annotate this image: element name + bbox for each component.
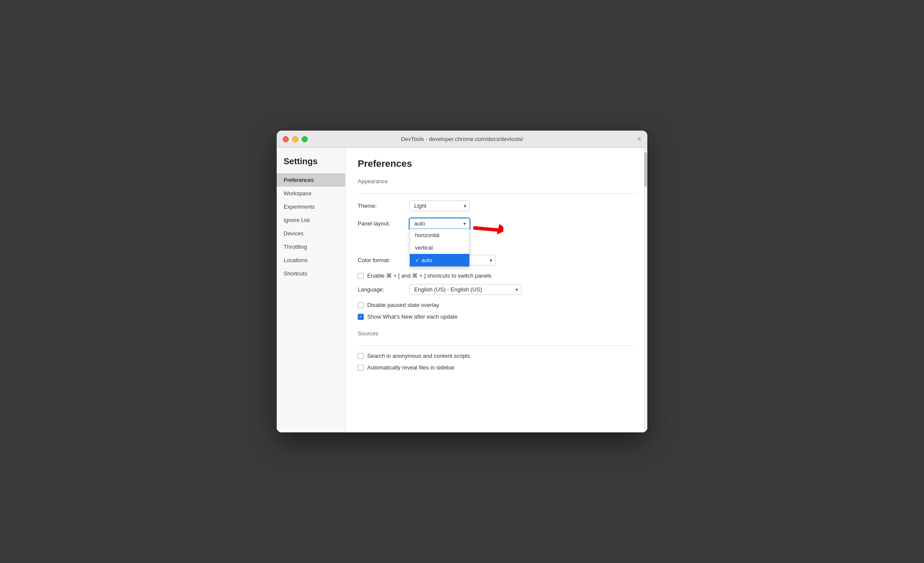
search-anonymous-checkbox[interactable] — [358, 353, 364, 359]
panel-layout-option-auto[interactable]: auto — [410, 254, 469, 266]
theme-label: Theme: — [358, 203, 409, 209]
sidebar-item-preferences[interactable]: Preferences — [277, 173, 345, 187]
theme-dropdown-wrapper: Default Light Dark — [409, 200, 470, 211]
sidebar-item-workspace[interactable]: Workspace — [277, 187, 345, 200]
language-label: Language: — [358, 286, 409, 293]
sidebar-item-ignore-list[interactable]: Ignore List — [277, 213, 345, 227]
sidebar-item-devices[interactable]: Devices — [277, 227, 345, 240]
minimize-button[interactable] — [292, 136, 298, 142]
auto-reveal-checkbox[interactable] — [358, 365, 364, 371]
window-title: DevTools - developer.chrome.com/docs/dev… — [401, 136, 523, 142]
show-whats-new-checkbox[interactable]: ✓ — [358, 314, 364, 320]
panel-layout-row: Panel layout: auto ▾ horizontal vertical… — [358, 218, 635, 229]
panel-layout-value: auto — [414, 220, 425, 227]
language-dropdown[interactable]: English (US) - English (US) — [409, 284, 521, 295]
scrollbar[interactable] — [644, 148, 647, 432]
sidebar-item-locations[interactable]: Locations — [277, 253, 345, 267]
svg-marker-1 — [493, 222, 503, 237]
panel-layout-menu: horizontal vertical auto — [409, 229, 470, 267]
theme-dropdown[interactable]: Default Light Dark — [409, 200, 470, 211]
maximize-button[interactable] — [302, 136, 308, 142]
panel-layout-option-horizontal[interactable]: horizontal — [410, 229, 469, 241]
panel-layout-option-vertical[interactable]: vertical — [410, 241, 469, 254]
traffic-lights — [283, 136, 308, 142]
window-close-icon[interactable]: × — [637, 136, 641, 143]
panel-layout-dropdown[interactable]: auto ▾ — [409, 218, 470, 229]
disable-paused-checkbox[interactable] — [358, 302, 364, 308]
sources-section: Sources Search in anonymous and content … — [358, 330, 635, 371]
appearance-divider — [358, 193, 635, 194]
sources-section-title: Sources — [358, 330, 635, 338]
language-row: Language: English (US) - English (US) — [358, 284, 635, 295]
scrollbar-thumb[interactable] — [644, 152, 647, 187]
svg-line-0 — [474, 217, 499, 241]
main-content: Preferences Appearance Theme: Default Li… — [346, 148, 647, 432]
sidebar-item-shortcuts[interactable]: Shortcuts — [277, 267, 345, 280]
show-whats-new-row: ✓ Show What's New after each update — [358, 313, 635, 320]
enable-shortcut-label: Enable ⌘ + [ and ⌘ + ] shortcuts to swit… — [367, 272, 491, 279]
titlebar: DevTools - developer.chrome.com/docs/dev… — [277, 131, 647, 148]
panel-layout-wrapper: auto ▾ horizontal vertical auto — [409, 218, 470, 229]
color-format-label: Color format: — [358, 257, 409, 263]
sidebar-item-throttling[interactable]: Throttling — [277, 240, 345, 253]
disable-paused-row: Disable paused state overlay — [358, 302, 635, 308]
devtools-window: DevTools - developer.chrome.com/docs/dev… — [277, 131, 647, 432]
color-format-row: Color format: — [358, 255, 635, 266]
search-anonymous-row: Search in anonymous and content scripts — [358, 353, 635, 359]
page-title: Preferences — [358, 158, 635, 169]
sidebar: Settings Preferences Workspace Experimen… — [277, 148, 346, 432]
auto-reveal-row: Automatically reveal files in sidebar — [358, 364, 635, 371]
sidebar-heading: Settings — [277, 156, 345, 173]
enable-shortcut-checkbox[interactable] — [358, 273, 364, 279]
sidebar-item-experiments[interactable]: Experiments — [277, 200, 345, 213]
show-whats-new-label: Show What's New after each update — [367, 313, 458, 320]
auto-reveal-label: Automatically reveal files in sidebar — [367, 364, 455, 371]
sources-divider — [358, 345, 635, 346]
theme-row: Theme: Default Light Dark — [358, 200, 635, 211]
enable-shortcut-row: Enable ⌘ + [ and ⌘ + ] shortcuts to swit… — [358, 272, 635, 279]
close-button[interactable] — [283, 136, 289, 142]
appearance-section-title: Appearance — [358, 178, 635, 186]
window-body: Settings Preferences Workspace Experimen… — [277, 148, 647, 432]
panel-layout-label: Panel layout: — [358, 218, 409, 227]
language-dropdown-wrapper: English (US) - English (US) — [409, 284, 521, 295]
dropdown-arrow-icon: ▾ — [463, 221, 466, 227]
red-arrow — [473, 215, 503, 241]
search-anonymous-label: Search in anonymous and content scripts — [367, 353, 470, 359]
disable-paused-label: Disable paused state overlay — [367, 302, 439, 308]
